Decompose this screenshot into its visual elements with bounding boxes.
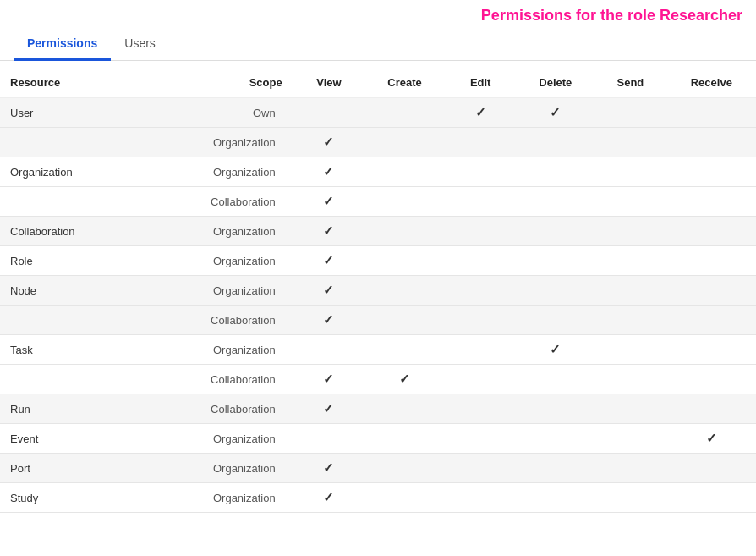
cell-create xyxy=(365,276,444,306)
cell-view: ✓ xyxy=(293,365,365,394)
col-edit: Edit xyxy=(444,68,517,98)
cell-scope: Organization xyxy=(146,424,293,454)
cell-delete xyxy=(517,483,594,513)
cell-edit xyxy=(444,394,517,424)
checkmark-icon: ✓ xyxy=(475,105,486,119)
cell-delete xyxy=(517,187,594,217)
cell-scope: Collaboration xyxy=(146,187,293,217)
cell-delete xyxy=(517,128,594,157)
col-scope: Scope xyxy=(146,68,293,98)
cell-view: ✓ xyxy=(293,454,365,483)
cell-scope: Organization xyxy=(146,483,293,513)
cell-delete xyxy=(517,394,594,424)
cell-send xyxy=(594,454,666,483)
table-row: NodeOrganization✓ xyxy=(0,276,756,306)
cell-send xyxy=(594,394,666,424)
cell-resource xyxy=(0,187,146,217)
col-resource: Resource xyxy=(0,68,146,98)
cell-create xyxy=(365,128,444,157)
cell-edit xyxy=(444,128,517,157)
checkmark-icon: ✓ xyxy=(706,431,717,445)
checkmark-icon: ✓ xyxy=(323,135,334,149)
cell-send xyxy=(594,483,666,513)
cell-receive xyxy=(667,157,756,187)
cell-delete: ✓ xyxy=(517,98,594,128)
checkmark-icon: ✓ xyxy=(323,164,334,179)
cell-delete xyxy=(517,306,594,335)
tabs-container: Permissions Users xyxy=(0,28,756,61)
tab-users[interactable]: Users xyxy=(111,28,169,61)
cell-create xyxy=(365,246,444,276)
checkmark-icon: ✓ xyxy=(550,342,561,356)
table-row: Organization✓ xyxy=(0,128,756,157)
table-row: StudyOrganization✓ xyxy=(0,483,756,513)
cell-receive xyxy=(667,128,756,157)
cell-edit xyxy=(444,335,517,365)
table-row: Collaboration✓✓ xyxy=(0,365,756,394)
cell-resource: Event xyxy=(0,424,146,454)
cell-scope: Organization xyxy=(146,246,293,276)
cell-create xyxy=(365,394,444,424)
table-row: RoleOrganization✓ xyxy=(0,246,756,276)
cell-receive xyxy=(667,187,756,217)
cell-receive xyxy=(667,365,756,394)
table-row: TaskOrganization✓ xyxy=(0,335,756,365)
cell-edit xyxy=(444,217,517,246)
cell-resource: Collaboration xyxy=(0,217,146,246)
cell-view: ✓ xyxy=(293,187,365,217)
cell-view xyxy=(293,98,365,128)
cell-send xyxy=(594,424,666,454)
cell-scope: Organization xyxy=(146,128,293,157)
cell-edit xyxy=(444,454,517,483)
cell-delete: ✓ xyxy=(517,335,594,365)
cell-create xyxy=(365,187,444,217)
checkmark-icon: ✓ xyxy=(550,105,561,119)
checkmark-icon: ✓ xyxy=(323,401,334,416)
cell-send xyxy=(594,365,666,394)
cell-scope: Organization xyxy=(146,454,293,483)
cell-send xyxy=(594,157,666,187)
cell-receive xyxy=(667,276,756,306)
checkmark-icon: ✓ xyxy=(323,253,334,267)
cell-create xyxy=(365,157,444,187)
cell-receive xyxy=(667,454,756,483)
col-send: Send xyxy=(594,68,666,98)
cell-send xyxy=(594,306,666,335)
col-delete: Delete xyxy=(517,68,594,98)
cell-create xyxy=(365,424,444,454)
cell-resource xyxy=(0,306,146,335)
cell-view: ✓ xyxy=(293,306,365,335)
cell-resource: Port xyxy=(0,454,146,483)
cell-resource: Run xyxy=(0,394,146,424)
table-row: Collaboration✓ xyxy=(0,187,756,217)
cell-delete xyxy=(517,217,594,246)
cell-send xyxy=(594,187,666,217)
cell-view: ✓ xyxy=(293,246,365,276)
cell-edit xyxy=(444,246,517,276)
cell-scope: Collaboration xyxy=(146,365,293,394)
permissions-table: Resource Scope View Create Edit Delete S… xyxy=(0,68,756,513)
cell-receive: ✓ xyxy=(667,424,756,454)
cell-receive xyxy=(667,217,756,246)
cell-view: ✓ xyxy=(293,217,365,246)
cell-view xyxy=(293,335,365,365)
tab-permissions[interactable]: Permissions xyxy=(14,28,111,61)
cell-delete xyxy=(517,424,594,454)
cell-resource: Task xyxy=(0,335,146,365)
cell-create xyxy=(365,483,444,513)
cell-view: ✓ xyxy=(293,394,365,424)
cell-receive xyxy=(667,394,756,424)
cell-send xyxy=(594,276,666,306)
cell-receive xyxy=(667,335,756,365)
col-receive: Receive xyxy=(667,68,756,98)
cell-send xyxy=(594,217,666,246)
cell-scope: Collaboration xyxy=(146,306,293,335)
cell-view xyxy=(293,424,365,454)
col-view: View xyxy=(293,68,365,98)
cell-create xyxy=(365,98,444,128)
cell-scope: Organization xyxy=(146,335,293,365)
cell-resource: Node xyxy=(0,276,146,306)
cell-delete xyxy=(517,365,594,394)
cell-edit xyxy=(444,424,517,454)
cell-receive xyxy=(667,306,756,335)
